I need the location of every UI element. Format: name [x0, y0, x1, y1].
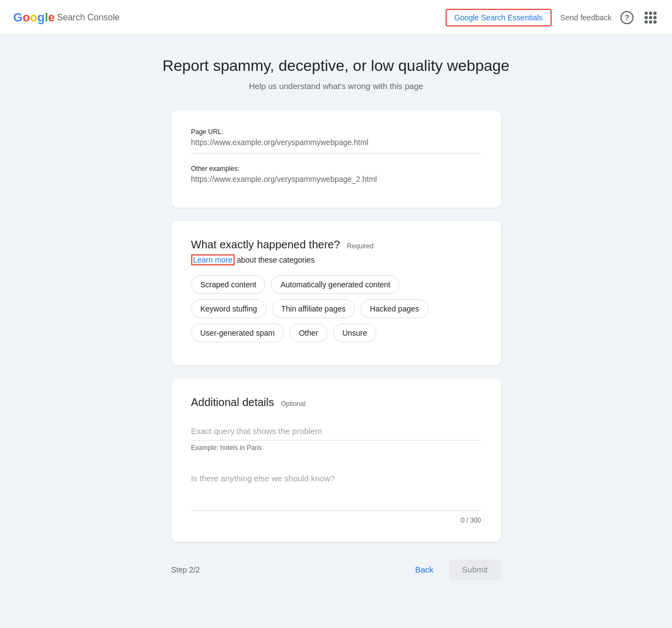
search-console-label: Search Console: [57, 13, 120, 23]
required-badge: Required: [347, 242, 374, 250]
chip-unsure[interactable]: Unsure: [333, 324, 376, 342]
footer-actions: Back Submit: [406, 559, 501, 580]
additional-details-title: Additional details: [191, 396, 274, 408]
char-count: 0 / 300: [191, 516, 481, 524]
main-content: Report spammy, deceptive, or low quality…: [0, 35, 672, 613]
step-label: Step 2/2: [171, 565, 200, 574]
other-examples-label: Other examples:: [191, 165, 481, 173]
what-happened-title: What exactly happened there?: [191, 238, 340, 251]
logo: Google Search Console: [13, 10, 120, 25]
chip-hacked-pages[interactable]: Hacked pages: [360, 299, 429, 318]
chips-row-2: Keyword stuffing Thin affiliate pages Ha…: [191, 299, 481, 318]
chip-auto-generated[interactable]: Automatically generated content: [271, 275, 399, 294]
submit-button[interactable]: Submit: [449, 559, 501, 580]
optional-badge: Optional: [281, 400, 306, 408]
chip-thin-affiliate[interactable]: Thin affiliate pages: [272, 299, 355, 318]
url-card: Page URL: https://www.example.org/verysp…: [171, 110, 501, 208]
page-subtitle: Help us understand what's wrong with thi…: [249, 81, 423, 91]
learn-more-row: Learn more about these categories: [191, 255, 481, 264]
page-url-label: Page URL:: [191, 128, 481, 136]
what-happened-card: What exactly happened there? Required Le…: [171, 221, 501, 365]
additional-details-header: Additional details Optional: [191, 396, 481, 409]
send-feedback-button[interactable]: Send feedback: [560, 13, 612, 22]
more-info-textarea[interactable]: [191, 467, 481, 511]
section-header: What exactly happened there? Required: [191, 238, 481, 251]
apps-grid-icon[interactable]: [642, 9, 659, 26]
learn-more-suffix: about these categories: [235, 255, 315, 264]
form-footer: Step 2/2 Back Submit: [171, 559, 501, 580]
back-button[interactable]: Back: [406, 560, 442, 579]
query-hint: Example: hotels in Paris: [191, 444, 481, 452]
chip-scraped-content[interactable]: Scraped content: [191, 275, 266, 294]
chip-keyword-stuffing[interactable]: Keyword stuffing: [191, 299, 266, 318]
page-url-value: https://www.example.org/veryspammywebpag…: [191, 138, 481, 154]
query-input[interactable]: [191, 420, 481, 441]
chip-other[interactable]: Other: [290, 324, 327, 342]
other-examples-value: https://www.example.org/veryspammywebpag…: [191, 175, 481, 190]
learn-more-link[interactable]: Learn more: [191, 254, 235, 265]
header-actions: Google Search Essentials Send feedback ?: [446, 9, 659, 26]
header: Google Search Console Google Search Esse…: [0, 0, 672, 35]
chips-row-3: User-generated spam Other Unsure: [191, 324, 481, 342]
google-logo-letters: Google: [13, 10, 55, 25]
chips-row-1: Scraped content Automatically generated …: [191, 275, 481, 294]
page-title: Report spammy, deceptive, or low quality…: [163, 57, 509, 75]
help-icon[interactable]: ?: [620, 11, 634, 24]
google-search-essentials-button[interactable]: Google Search Essentials: [446, 9, 552, 26]
additional-details-card: Additional details Optional Example: hot…: [171, 379, 501, 542]
chip-user-generated-spam[interactable]: User-generated spam: [191, 324, 284, 342]
